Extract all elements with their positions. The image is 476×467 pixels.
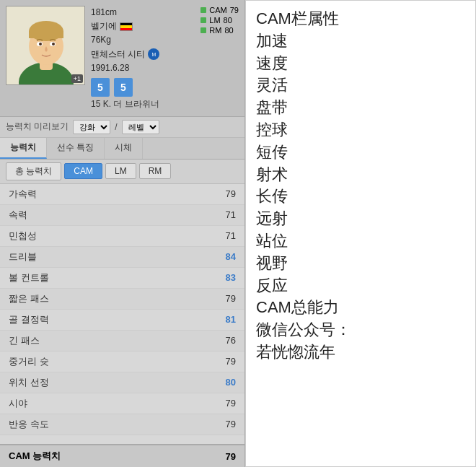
pos-item-cam: CAM 79 <box>200 6 239 14</box>
rating-box-a: 5 <box>91 78 110 97</box>
right-content-line: 站位 <box>256 230 465 253</box>
tabs-row: 능력치 선수 특징 시체 <box>0 138 244 160</box>
pos-value-rm: 80 <box>224 26 233 35</box>
svg-point-8 <box>39 43 42 45</box>
stat-row: 볼 컨트롤83 <box>0 268 244 289</box>
stat-row: 가속력79 <box>0 184 244 205</box>
sub-tab-cam[interactable]: CAM <box>64 163 102 179</box>
stat-value: 83 <box>226 272 236 283</box>
stat-value: 79 <box>226 398 236 409</box>
player-weight: 76Kg <box>91 33 159 47</box>
tab-player-traits[interactable]: 선수 특징 <box>47 138 105 159</box>
nationality-label: 벨기에 <box>91 19 117 33</box>
stat-name: 중거리 슛 <box>9 355 49 368</box>
stat-value: 79 <box>226 293 236 304</box>
stat-value: 79 <box>226 419 236 429</box>
right-content-line: 短传 <box>256 141 465 164</box>
player-avatar: +1 <box>6 6 85 85</box>
stat-row: 골 결정력81 <box>0 310 244 331</box>
svg-point-9 <box>52 43 55 45</box>
right-content-line: 视野 <box>256 253 465 275</box>
stat-name: 드리블 <box>9 250 37 263</box>
right-content-line: CAM总能力 <box>256 297 465 319</box>
stat-name: 반응 속도 <box>9 418 49 431</box>
right-panel: CAM栏属性加速速度灵活盘带控球短传射术长传远射站位视野反应CAM总能力微信公众… <box>245 0 476 467</box>
pos-label-cam: CAM <box>209 6 226 14</box>
stat-row: 드리블84 <box>0 247 244 268</box>
stat-value: 76 <box>226 335 236 346</box>
stat-row: 반응 속도79 <box>0 414 244 435</box>
right-content-line: 盘带 <box>256 97 465 119</box>
right-content-line: 加速 <box>256 30 465 53</box>
pos-item-rm: RM 80 <box>200 26 239 35</box>
club-name: 맨체스터 시티 <box>91 48 145 61</box>
club-icon: M <box>148 48 159 60</box>
player-name: K. 더 브라위너 <box>103 99 159 109</box>
right-content-line: 速度 <box>256 53 465 75</box>
pos-dot-lm <box>200 17 206 23</box>
stats-list: 가속력79속력71민첩성71드리블84볼 컨트롤83짧은 패스79골 결정력81… <box>0 184 244 444</box>
stat-row: 민첩성71 <box>0 226 244 247</box>
stat-name: 위치 선정 <box>9 376 49 389</box>
rating-box-b: 5 <box>114 78 133 97</box>
stat-name: 짧은 패스 <box>9 292 49 305</box>
stat-name: 긴 패스 <box>9 334 40 347</box>
pos-value-lm: 80 <box>224 16 232 25</box>
tab-ability[interactable]: 능력치 <box>0 138 47 159</box>
right-content-line: 反应 <box>256 275 465 297</box>
stat-name: 속력 <box>9 209 27 222</box>
total-value: 79 <box>226 451 236 462</box>
pos-value-cam: 79 <box>230 6 239 14</box>
separator: / <box>115 122 117 132</box>
stat-value: 71 <box>226 209 236 220</box>
total-row: CAM 능력치 79 <box>0 444 244 467</box>
right-content-line: CAM栏属性 <box>256 8 465 30</box>
right-content-line: 若恍惚流年 <box>256 341 465 364</box>
player-number: 15 <box>91 99 100 109</box>
stat-row: 시야79 <box>0 393 244 414</box>
player-stats-col: 181cm 벨기에 76Kg 맨체스터 시티 M 1991.6.28 <box>91 6 159 75</box>
sub-tab-lm[interactable]: LM <box>105 163 136 179</box>
controls-row: 능력치 미리보기 강화 / 레벨 <box>0 117 244 138</box>
sub-tab-total[interactable]: 총 능력치 <box>6 162 61 180</box>
stat-value: 81 <box>226 314 236 325</box>
right-content-line: 长传 <box>256 186 465 208</box>
total-label: CAM 능력치 <box>9 450 61 463</box>
stat-row: 위치 선정80 <box>0 372 244 393</box>
left-panel: +1 181cm 벨기에 76Kg 맨체스터 시티 M 1991.6.28 <box>0 0 245 467</box>
sub-tab-rm[interactable]: RM <box>139 163 172 179</box>
player-number-name: 15 K. 더 브라위너 <box>91 98 239 110</box>
preview-label: 능력치 미리보기 <box>6 121 69 133</box>
stat-value: 79 <box>226 188 236 199</box>
player-dob: 1991.6.28 <box>91 61 159 75</box>
stat-name: 민첩성 <box>9 230 37 243</box>
pos-label-rm: RM <box>209 26 221 35</box>
enhance-select[interactable]: 강화 <box>73 120 110 134</box>
level-select[interactable]: 레벨 <box>122 120 159 134</box>
plus-badge: +1 <box>71 74 83 83</box>
club-row: 맨체스터 시티 M <box>91 48 159 61</box>
stat-value: 84 <box>226 251 236 262</box>
svg-rect-5 <box>29 31 63 38</box>
stat-row: 긴 패스76 <box>0 331 244 352</box>
stat-value: 71 <box>226 230 236 241</box>
pos-dot-rm <box>200 27 206 33</box>
right-content-line: 控球 <box>256 119 465 141</box>
stat-row: 중거리 슛79 <box>0 352 244 372</box>
stat-row: 짧은 패스79 <box>0 289 244 310</box>
nationality-row: 벨기에 <box>91 19 159 33</box>
right-content-line: 远射 <box>256 208 465 230</box>
right-content-line: 射术 <box>256 164 465 186</box>
stat-row: 속력71 <box>0 205 244 226</box>
player-header: +1 181cm 벨기에 76Kg 맨체스터 시티 M 1991.6.28 <box>0 0 244 117</box>
stat-value: 79 <box>226 356 236 367</box>
pos-dot-cam <box>200 7 206 13</box>
stat-name: 골 결정력 <box>9 313 49 326</box>
right-content-line: 微信公众号： <box>256 319 465 341</box>
position-list: CAM 79 LM 80 RM 80 <box>200 6 239 35</box>
player-height: 181cm <box>91 6 159 19</box>
pos-item-lm: LM 80 <box>200 16 239 25</box>
stat-value: 80 <box>226 377 236 388</box>
player-info: 181cm 벨기에 76Kg 맨체스터 시티 M 1991.6.28 <box>85 6 239 110</box>
tab-body[interactable]: 시체 <box>105 138 143 159</box>
